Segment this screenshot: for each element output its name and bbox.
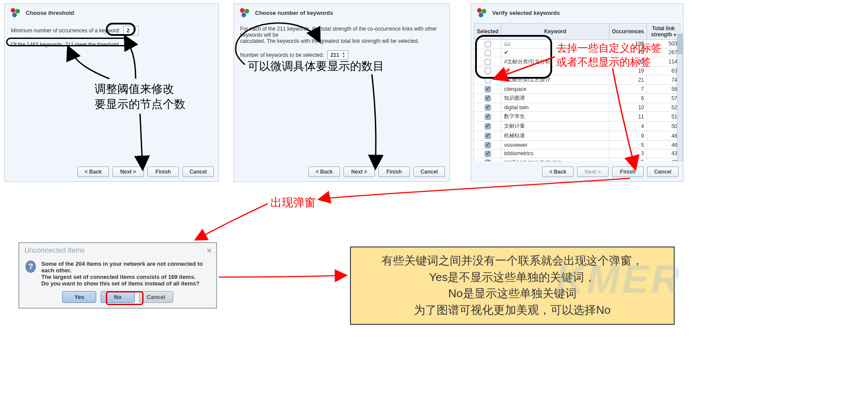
cell-keyword: intelligent manufacturing (501, 158, 609, 161)
dialog-line1: Some of the 204 items in your network ar… (41, 261, 210, 274)
dialog-line2: The largest set of connected items consi… (41, 274, 210, 280)
next-button[interactable]: Next > (112, 167, 144, 177)
threshold-result-text: Of the 1483 keywords, 211 meet the thres… (11, 42, 212, 48)
checkbox[interactable] (485, 133, 491, 139)
checkbox[interactable] (485, 68, 491, 74)
panel-choose-number: Choose number of keywords For each of th… (234, 3, 450, 182)
panel1-header: Choose threshold (5, 4, 218, 21)
cancel-button[interactable]: Cancel (139, 291, 173, 303)
checkbox[interactable] (485, 95, 491, 101)
table-row[interactable]: citespace758 (474, 85, 680, 94)
min-occurrence-label: Minimum number of occurrences of a keywo… (11, 28, 120, 34)
cell-occurrences: 4 (609, 122, 647, 131)
annot-remove-tags: 去掉一些自定义的标签 或者不想显示的标签 (556, 41, 662, 69)
back-button[interactable]: < Back (77, 167, 109, 177)
panel2-desc2: calculated. The keywords with the greate… (240, 38, 443, 44)
panel3-header: Verify selected keywords (471, 4, 683, 21)
cell-strength: 52 (647, 103, 680, 112)
cell-strength: 51 (647, 112, 680, 122)
cell-occurrences: 5 (609, 141, 647, 149)
next-button[interactable]: Next > (343, 167, 375, 177)
cell-strength: 43 (647, 158, 680, 161)
annot-popup: 出现弹窗 (270, 195, 316, 210)
min-occurrence-input[interactable]: 2 ▲▼ (123, 26, 139, 35)
cancel-button[interactable]: Cancel (413, 167, 445, 177)
svg-point-2 (12, 13, 17, 17)
svg-point-6 (477, 8, 482, 13)
table-row[interactable]: digital twin1052 (474, 103, 680, 112)
back-button[interactable]: < Back (308, 167, 340, 177)
col-strength[interactable]: Total link strength▾ (647, 24, 680, 40)
svg-point-3 (240, 8, 245, 13)
watermark: KMER (556, 257, 682, 302)
cell-occurrences: 5 (609, 158, 647, 161)
cell-occurrences: 6 (609, 94, 647, 103)
app-icon (9, 7, 21, 19)
panel2-title: Choose number of keywords (255, 10, 333, 16)
cell-occurrences: 9 (609, 131, 647, 141)
cell-strength: 58 (647, 85, 680, 94)
table-row[interactable]: vosviewer546 (474, 141, 680, 149)
checkbox[interactable] (485, 86, 491, 92)
svg-point-0 (11, 8, 16, 13)
cell-strength: 74 (647, 75, 680, 85)
next-button[interactable]: Next > (577, 167, 609, 177)
finish-button[interactable]: Finish (612, 167, 644, 177)
cell-keyword: 数字孪生 (501, 112, 609, 122)
svg-point-1 (15, 9, 20, 14)
finish-button[interactable]: Finish (147, 167, 179, 177)
question-icon: ? (25, 261, 36, 273)
checkbox[interactable] (485, 151, 491, 157)
panel2-header: Choose number of keywords (234, 4, 449, 21)
checkbox[interactable] (485, 41, 491, 47)
cell-keyword: 机械钻速 (501, 131, 609, 141)
table-row[interactable]: 数字孪生1151 (474, 112, 680, 122)
yes-button[interactable]: Yes (62, 291, 96, 303)
cell-keyword: 文献计量 (501, 122, 609, 131)
cell-occurrences: 10 (609, 103, 647, 112)
checkbox[interactable] (485, 104, 491, 111)
checkbox[interactable] (485, 77, 491, 83)
cancel-button[interactable]: Cancel (182, 167, 214, 177)
cancel-button[interactable]: Cancel (647, 167, 679, 177)
back-button[interactable]: < Back (542, 167, 574, 177)
panel3-title: Verify selected keywords (492, 10, 560, 16)
cell-strength: 57 (647, 94, 680, 103)
checkbox[interactable] (485, 160, 491, 161)
svg-point-4 (245, 9, 249, 14)
annot-threshold: 调整阈值来修改 要显示的节点个数 (94, 81, 186, 112)
checkbox[interactable] (485, 59, 491, 65)
cell-strength: 48 (647, 131, 680, 141)
app-icon (476, 7, 488, 19)
no-button[interactable]: No (101, 291, 135, 303)
checkbox[interactable] (485, 123, 491, 129)
dialog-title: Unconnected Items (19, 243, 216, 258)
checkbox[interactable] (485, 50, 491, 56)
table-row[interactable]: 知识图谱657 (474, 94, 680, 103)
finish-button[interactable]: Finish (378, 167, 410, 177)
checkbox[interactable] (485, 142, 491, 148)
close-icon[interactable]: × (206, 246, 212, 256)
panel2-desc1: For each of the 211 keywords, the total … (240, 26, 443, 38)
cell-keyword: citespace (501, 85, 609, 94)
table-row[interactable]: 文献计量450 (474, 122, 680, 131)
cell-keyword: digital twin (501, 103, 609, 112)
cell-occurrences: 3 (609, 149, 647, 158)
col-keyword[interactable]: Keyword (501, 24, 609, 40)
table-row[interactable]: intelligent manufacturing543 (474, 158, 680, 161)
dialog-unconnected-items: Unconnected Items × ? Some of the 204 it… (18, 242, 217, 309)
checkbox[interactable] (485, 114, 491, 120)
col-selected[interactable]: Selected (474, 24, 501, 40)
col-occurrences[interactable]: Occurrences (609, 24, 647, 40)
cell-keyword: #文献分类/工艺设计 (501, 75, 609, 85)
table-row[interactable]: 机械钻速948 (474, 131, 680, 141)
table-row[interactable]: bibliometrics343 (474, 149, 680, 158)
panel-verify-keywords: Verify selected keywords Selected Keywor… (471, 3, 683, 182)
cell-strength: 50 (647, 122, 680, 131)
svg-point-5 (242, 13, 246, 17)
cell-occurrences: 11 (609, 112, 647, 122)
scrollbar[interactable] (677, 34, 683, 161)
svg-point-8 (479, 13, 483, 17)
table-row[interactable]: #文献分类/工艺设计2174 (474, 75, 680, 85)
panel1-title: Choose threshold (26, 10, 74, 16)
